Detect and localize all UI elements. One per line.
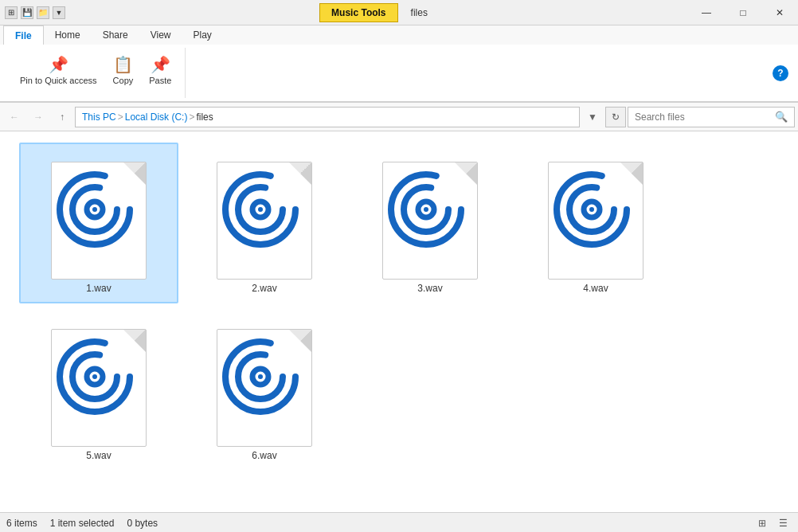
selected-info: 1 item selected bbox=[50, 518, 115, 529]
ribbon-group-clipboard: 📌 Pin to Quick access 📋 Copy 📌 Paste bbox=[6, 48, 186, 98]
svg-point-19 bbox=[92, 374, 97, 379]
wav-disc-icon bbox=[219, 168, 302, 251]
tab-share[interactable]: Share bbox=[92, 25, 139, 45]
close-button[interactable]: ✕ bbox=[761, 0, 798, 25]
paste-icon: 📌 bbox=[151, 55, 170, 74]
music-tools-tab[interactable]: Music Tools bbox=[319, 3, 397, 22]
minimize-button[interactable]: — bbox=[688, 0, 725, 25]
breadcrumb-item-thispc[interactable]: This PC bbox=[82, 111, 116, 123]
file-icon-wrapper bbox=[213, 319, 316, 447]
file-label: 5.wav bbox=[86, 450, 111, 461]
paste-label: Paste bbox=[149, 76, 171, 85]
copy-icon: 📋 bbox=[113, 55, 133, 74]
breadcrumb: This PC > Local Disk (C:) > files bbox=[82, 111, 213, 123]
file-label: 6.wav bbox=[252, 450, 276, 461]
copy-button[interactable]: 📋 Copy bbox=[106, 51, 141, 89]
tab-view[interactable]: View bbox=[139, 25, 182, 45]
help-button[interactable]: ? bbox=[773, 65, 788, 81]
wav-disc-icon bbox=[219, 335, 302, 418]
copy-label: Copy bbox=[113, 76, 134, 85]
file-icon-wrapper bbox=[544, 152, 647, 280]
refresh-button[interactable]: ↻ bbox=[605, 107, 626, 127]
pin-button[interactable]: 📌 Pin to Quick access bbox=[13, 51, 104, 89]
wav-disc-icon bbox=[53, 168, 136, 251]
dropdown-button[interactable]: ▼ bbox=[581, 106, 604, 128]
quick-access-3[interactable]: ▼ bbox=[53, 6, 65, 19]
list-view-button[interactable]: ☰ bbox=[774, 514, 792, 532]
title-tab-files: files bbox=[400, 4, 439, 22]
file-icon-wrapper bbox=[213, 152, 316, 280]
quick-access-2[interactable]: 📁 bbox=[37, 6, 49, 19]
address-bar: ← → ↑ This PC > Local Disk (C:) > files … bbox=[0, 103, 798, 131]
svg-point-11 bbox=[424, 207, 428, 212]
title-bar-controls-left: ⊞ 💾 📁 ▼ bbox=[0, 6, 70, 19]
file-icon-wrapper bbox=[47, 319, 151, 447]
file-label: 1.wav bbox=[86, 283, 111, 294]
svg-point-7 bbox=[258, 207, 263, 212]
title-bar-center: Music Tools files bbox=[70, 3, 688, 22]
tab-play[interactable]: Play bbox=[182, 25, 223, 45]
maximize-button[interactable]: □ bbox=[725, 0, 761, 25]
main-area: 1.wav 2.wav bbox=[0, 131, 798, 512]
search-box[interactable]: 🔍 bbox=[628, 107, 795, 127]
wav-disc-icon bbox=[550, 168, 633, 251]
item-count: 6 items bbox=[6, 518, 37, 529]
breadcrumb-item-files: files bbox=[196, 111, 213, 123]
paste-button[interactable]: 📌 Paste bbox=[142, 51, 178, 89]
svg-point-15 bbox=[589, 207, 594, 212]
system-menu[interactable]: ⊞ bbox=[5, 6, 18, 19]
file-item[interactable]: 3.wav bbox=[350, 143, 510, 303]
forward-button[interactable]: → bbox=[27, 106, 49, 128]
breadcrumb-sep-1: > bbox=[118, 111, 123, 123]
tab-file[interactable]: File bbox=[3, 25, 44, 45]
ribbon-content: 📌 Pin to Quick access 📋 Copy 📌 Paste ? bbox=[0, 45, 798, 102]
status-bar: 6 items 1 item selected 0 bytes ⊞ ☰ bbox=[0, 512, 798, 532]
svg-point-3 bbox=[92, 207, 97, 212]
file-label: 4.wav bbox=[583, 283, 608, 294]
svg-point-23 bbox=[258, 374, 263, 379]
ribbon-buttons: 📌 Pin to Quick access 📋 Copy 📌 Paste bbox=[13, 51, 178, 89]
tab-home[interactable]: Home bbox=[44, 25, 92, 45]
file-icon-wrapper bbox=[378, 152, 482, 280]
wav-disc-icon bbox=[53, 335, 136, 418]
quick-access-1[interactable]: 💾 bbox=[21, 6, 33, 19]
ribbon-tabs: File Home Share View Play bbox=[0, 25, 798, 45]
address-box[interactable]: This PC > Local Disk (C:) > files bbox=[75, 107, 580, 127]
selected-size: 0 bytes bbox=[127, 518, 158, 529]
file-item[interactable]: 2.wav bbox=[185, 143, 344, 303]
file-label: 2.wav bbox=[252, 283, 276, 294]
file-icon-wrapper bbox=[47, 152, 151, 280]
breadcrumb-item-localdisk[interactable]: Local Disk (C:) bbox=[125, 111, 188, 123]
title-bar-right: — □ ✕ bbox=[688, 0, 798, 25]
file-item[interactable]: 4.wav bbox=[516, 143, 675, 303]
breadcrumb-sep-2: > bbox=[189, 111, 194, 123]
up-button[interactable]: ↑ bbox=[51, 106, 73, 128]
pin-icon: 📌 bbox=[49, 55, 68, 74]
view-controls: ⊞ ☰ bbox=[753, 514, 792, 532]
file-grid: 1.wav 2.wav bbox=[0, 131, 798, 512]
file-item[interactable]: 6.wav bbox=[185, 310, 344, 471]
search-icon: 🔍 bbox=[775, 111, 788, 123]
large-icon-view-button[interactable]: ⊞ bbox=[753, 514, 771, 532]
pin-label: Pin to Quick access bbox=[20, 76, 97, 85]
ribbon: File Home Share View Play 📌 Pin to Quick… bbox=[0, 25, 798, 103]
file-item[interactable]: 5.wav bbox=[19, 310, 178, 471]
title-bar: ⊞ 💾 📁 ▼ Music Tools files — □ ✕ bbox=[0, 0, 798, 25]
file-label: 3.wav bbox=[417, 283, 442, 294]
search-input[interactable] bbox=[635, 111, 772, 123]
file-item[interactable]: 1.wav bbox=[19, 143, 178, 303]
wav-disc-icon bbox=[385, 168, 467, 251]
back-button[interactable]: ← bbox=[3, 106, 25, 128]
